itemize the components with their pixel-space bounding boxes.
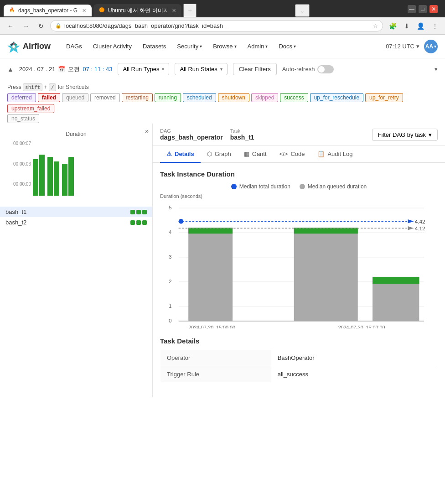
breadcrumb-bar: DAG dags_bash_operator Task bash_t1 Filt… [153, 124, 445, 146]
tag-running[interactable]: running [155, 93, 181, 102]
task-dots-bash-t1 [130, 210, 147, 214]
table-row-operator: Operator BashOperator [160, 350, 438, 366]
logo-text: Airflow [23, 42, 51, 51]
tag-deferred[interactable]: deferred [7, 93, 36, 102]
minimize-button[interactable]: — [408, 5, 416, 13]
tab-graph[interactable]: ⬡ Graph [201, 146, 238, 163]
address-bar[interactable]: 🔒 localhost:8080/dags/dags_bash_operator… [50, 20, 383, 31]
tab-1[interactable]: 🔥 dags_bash_operator - Gr ✕ [4, 5, 92, 16]
duration-chart-label: Duration [7, 131, 145, 137]
bar-3-1 [62, 164, 67, 196]
close-window-button[interactable]: ✕ [429, 5, 438, 13]
dag-breadcrumb: DAG dags_bash_operator [160, 128, 223, 141]
tag-shutdown[interactable]: shutdown [218, 93, 249, 102]
chart-section: Task Instance Duration Median total dura… [153, 163, 445, 337]
maximize-button[interactable]: □ [419, 5, 427, 13]
run-types-select[interactable]: All Run Types ▾ [118, 63, 169, 75]
legend-dot-total [231, 184, 237, 189]
forward-button[interactable]: → [20, 21, 32, 31]
trigger-rule-value: all_success [271, 366, 438, 383]
svg-point-6 [12, 45, 15, 48]
median-total-arrow [408, 219, 414, 223]
date-text: 2024 . 07 . 21 [19, 66, 56, 73]
collapse-sidebar-btn[interactable]: » [145, 127, 149, 135]
nav-security[interactable]: Security▾ [172, 40, 207, 52]
nav-datasets[interactable]: Datasets [138, 40, 171, 52]
time-value: 07 : 11 : 43 [83, 66, 112, 73]
extensions-button[interactable]: 🧩 [387, 21, 399, 31]
clear-filters-button[interactable]: Clear Filters [233, 63, 277, 75]
time-display[interactable]: 07:12 UTC ▾ [386, 43, 419, 50]
duration-chart-panel: Duration 00:00:07 00:00:03 00:00:00 [0, 124, 152, 203]
nav-cluster-activity[interactable]: Cluster Activity [88, 40, 136, 52]
tag-skipped[interactable]: skipped [251, 93, 278, 102]
auto-refresh-toggle[interactable] [317, 65, 334, 73]
user-avatar[interactable]: AA ▾ [424, 40, 438, 53]
task-list: bash_t1 bash_t2 [0, 207, 152, 228]
nav-browse[interactable]: Browse▾ [208, 40, 241, 52]
svg-text:3: 3 [169, 254, 172, 260]
tag-up-for-retry[interactable]: up_for_retry [365, 93, 403, 102]
task-name-bash-t2: bash_t2 [5, 219, 130, 226]
run-states-select[interactable]: All Run States ▾ [175, 63, 227, 75]
tag-failed[interactable]: failed [38, 93, 60, 102]
tab-2[interactable]: 🟠 Ubuntu 에서 화면 이미지 … ✕ [93, 4, 181, 17]
tag-queued[interactable]: queued [62, 93, 88, 102]
tab-menu-button[interactable]: ⌄ [295, 4, 310, 17]
svg-text:4: 4 [169, 229, 172, 235]
tab-gantt[interactable]: ▦ Gantt [238, 146, 273, 163]
dot-6 [142, 220, 147, 225]
tag-restarting[interactable]: restarting [122, 93, 153, 102]
tag-scheduled[interactable]: scheduled [183, 93, 216, 102]
profile-button[interactable]: 👤 [414, 21, 427, 31]
calendar-icon: 📅 [58, 66, 65, 73]
tab-code[interactable]: </> Code [273, 146, 311, 163]
filter-collapse-btn[interactable]: ▲ [7, 66, 14, 73]
status-tags: deferred failed queued removed restartin… [7, 93, 438, 113]
tab-audit-log[interactable]: 📋 Audit Log [311, 146, 359, 163]
browser-chrome: 🔥 dags_bash_operator - Gr ✕ 🟠 Ubuntu 에서 … [0, 0, 445, 35]
shortcuts-bar: Press shift + / for Shortcuts deferred f… [0, 80, 445, 124]
nav-dags[interactable]: DAGs [62, 40, 87, 52]
legend-queued-label: Median queued duration [308, 183, 367, 190]
tag-removed[interactable]: removed [90, 93, 120, 102]
new-tab-button[interactable]: + [183, 4, 197, 17]
datetime-display: 2024 . 07 . 21 📅 오전 07 : 11 : 43 [19, 65, 113, 73]
task-breadcrumb: Task bash_t1 [230, 128, 254, 141]
reload-button[interactable]: ↻ [36, 21, 47, 31]
nav-admin[interactable]: Admin▾ [243, 40, 273, 52]
toolbar-actions: 🧩 ⬇ 👤 ⋮ [387, 21, 440, 31]
task-name-bash-t1: bash_t1 [5, 208, 130, 215]
tab-details[interactable]: ⚠ Details [160, 146, 201, 163]
bookmark-icon[interactable]: ☆ [373, 23, 378, 29]
back-button[interactable]: ← [5, 21, 16, 31]
task-value[interactable]: bash_t1 [230, 134, 254, 141]
logo[interactable]: Airflow [7, 40, 51, 53]
operator-key: Operator [160, 350, 271, 366]
bar2-queued [294, 228, 358, 321]
tag-success[interactable]: success [280, 93, 308, 102]
task-row-bash-t2[interactable]: bash_t2 [0, 217, 152, 228]
tab-2-close[interactable]: ✕ [172, 8, 176, 14]
tag-up-for-reschedule[interactable]: up_for_reschedule [310, 93, 363, 102]
download-button[interactable]: ⬇ [402, 21, 412, 31]
task-details-section: Task Details Operator BashOperator Trigg… [153, 337, 445, 390]
browser-toolbar: ← → ↻ 🔒 localhost:8080/dags/dags_bash_op… [0, 17, 445, 35]
expand-button[interactable]: ▾ [435, 66, 438, 73]
tag-upstream-failed[interactable]: upstream_failed [7, 104, 54, 113]
top-nav: Airflow DAGs Cluster Activity Datasets S… [0, 35, 445, 58]
task-label: Task [230, 128, 254, 134]
menu-button[interactable]: ⋮ [429, 21, 440, 31]
tab-bar: 🔥 dags_bash_operator - Gr ✕ 🟠 Ubuntu 에서 … [0, 0, 445, 17]
tag-no-status[interactable]: no_status [7, 114, 39, 123]
legend-total-label: Median total duration [239, 183, 290, 190]
dag-value[interactable]: dags_bash_operator [160, 134, 223, 141]
median-total-dot [179, 219, 184, 224]
task-row-bash-t1[interactable]: bash_t1 [0, 207, 152, 217]
bar2-green [294, 228, 358, 234]
tab-1-close[interactable]: ✕ [82, 8, 86, 14]
chart-legend: Median total duration Median queued dura… [160, 183, 438, 190]
filter-dag-button[interactable]: Filter DAG by task ▾ [372, 129, 438, 141]
operator-value: BashOperator [271, 350, 438, 366]
nav-docs[interactable]: Docs▾ [274, 40, 300, 52]
